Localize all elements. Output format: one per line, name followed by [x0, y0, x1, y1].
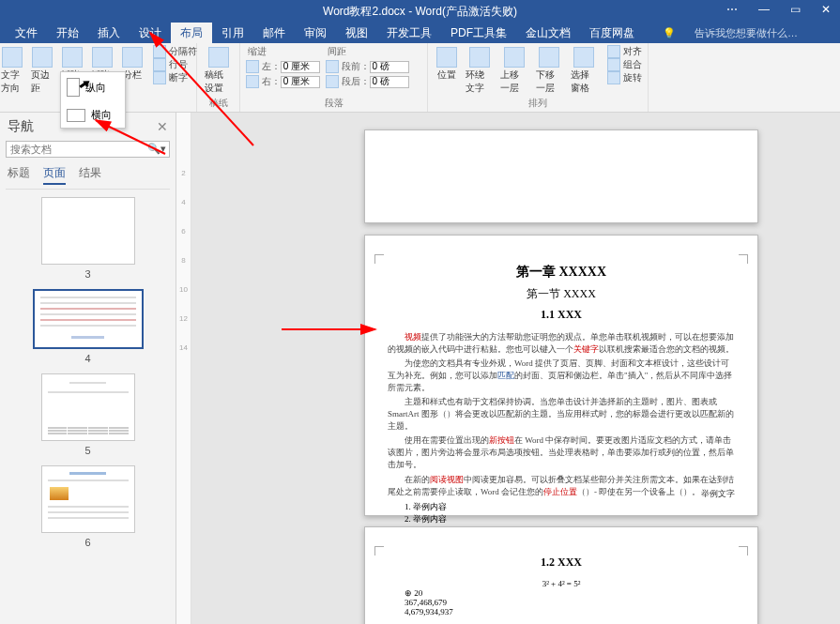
space-after-input[interactable]	[370, 76, 409, 88]
manuscript-button[interactable]: 稿纸设置	[203, 45, 234, 97]
tab-references[interactable]: 引用	[212, 23, 253, 44]
selection-pane-button[interactable]: 选择窗格	[569, 45, 600, 97]
orientation-landscape[interactable]: 横向	[61, 102, 125, 128]
portrait-icon	[67, 78, 80, 97]
ribbon-display-icon[interactable]: ⋯	[721, 0, 743, 19]
doc-paragraph: 为使您的文档具有专业外观，Word 提供了页眉、页脚、封面和文本框设计，这些设计…	[388, 358, 735, 394]
crop-mark-icon	[739, 546, 748, 556]
thumbnail-page-6[interactable]	[41, 465, 135, 533]
nav-tab-results[interactable]: 结果	[79, 165, 101, 185]
page-5-partial[interactable]: 1.2 XXX 3² + 4² = 5² ⊕ 20 367,468,679 4,…	[364, 526, 758, 624]
wrap-text-icon	[469, 47, 490, 68]
search-icon[interactable]: 🔍▾	[147, 143, 166, 155]
tab-design[interactable]: 设计	[130, 23, 171, 44]
nav-pane-title: 导航	[8, 118, 34, 135]
thumbnails: 3 4 5	[6, 190, 170, 618]
minimize-button[interactable]: —	[753, 0, 775, 19]
tab-mailings[interactable]: 邮件	[253, 23, 295, 44]
doc-heading-3: 1.1 XXX	[388, 308, 735, 322]
breaks-button[interactable]: 分隔符	[153, 45, 197, 58]
group-name-paragraph: 段落	[325, 97, 344, 112]
selection-pane-icon	[573, 47, 594, 68]
doc-paragraph: 视频提供了功能强大的方法帮助您证明您的观点。单您单击联机视频时，可以在想要添加的…	[388, 331, 735, 356]
page-4[interactable]: 第一章 XXXXX 第一节 XXXX 1.1 XXX 视频提供了功能强大的方法帮…	[364, 235, 758, 516]
space-after-icon	[326, 75, 339, 88]
space-before-input[interactable]	[370, 61, 409, 73]
manuscript-icon	[208, 47, 229, 68]
hyphenation-icon	[153, 71, 166, 84]
tab-review[interactable]: 审阅	[295, 23, 336, 44]
window-controls: ⋯ — ▭ ✕	[721, 0, 836, 19]
tab-baidu[interactable]: 百度网盘	[580, 23, 644, 44]
orientation-icon	[62, 47, 83, 68]
orientation-dropdown: 纵向 横向	[60, 71, 126, 129]
indent-left-icon	[246, 60, 259, 73]
tab-layout[interactable]: 布局	[171, 23, 212, 44]
document-area[interactable]: 2 4 6 8 10 12 14 第一章 XXXXX 第一节 XXXX 1.1 …	[176, 113, 840, 624]
align-button[interactable]: 对齐	[607, 45, 642, 58]
thumbnail-page-5[interactable]	[41, 373, 135, 441]
tab-file[interactable]: 文件	[6, 23, 47, 44]
tab-pdf[interactable]: PDF工具集	[441, 23, 516, 44]
bring-forward-icon	[504, 47, 525, 68]
page-3-partial[interactable]	[364, 129, 758, 223]
tell-me-icon: 💡	[663, 27, 676, 39]
size-icon	[92, 47, 113, 68]
tell-me-input[interactable]: 告诉我您想要做什么…	[695, 26, 798, 40]
group-button[interactable]: 组合	[607, 58, 642, 71]
menu-bar: 文件 开始 插入 设计 布局 引用 邮件 审阅 视图 开发工具 PDF工具集 金…	[0, 23, 840, 43]
group-name-arrange: 排列	[528, 97, 547, 112]
tab-insert[interactable]: 插入	[88, 23, 130, 44]
doc-paragraph: 主题和样式也有助于文档保持协调。当您单击设计并选择新的主题时，图片、图表或 Sm…	[388, 396, 735, 433]
nav-tabs: 标题 页面 结果	[6, 163, 170, 190]
position-button[interactable]: 位置	[434, 45, 460, 84]
bring-forward-button[interactable]: 上移一层	[498, 45, 529, 97]
doc-footer-right: 举例文字	[701, 488, 735, 500]
margins-button[interactable]: 页边距	[29, 45, 55, 97]
align-icon	[607, 45, 620, 58]
thumbnail-page-4[interactable]	[33, 289, 144, 349]
hyphenation-button[interactable]: 断字	[153, 71, 197, 84]
space-before-icon	[326, 60, 339, 73]
thumbnail-label-4: 4	[84, 353, 90, 364]
tab-developer[interactable]: 开发工具	[377, 23, 441, 44]
group-arrange: 位置 环绕文字 上移一层 下移一层 选择窗格 对齐 组合 旋转 排列	[428, 43, 649, 112]
close-button[interactable]: ✕	[816, 0, 836, 19]
landscape-icon	[67, 109, 85, 122]
orientation-portrait[interactable]: 纵向	[61, 72, 125, 102]
doc-numbers: ⊕ 20 367,468,679 4,679,934,937	[405, 588, 735, 616]
send-backward-icon	[539, 47, 559, 68]
doc-heading-1: 第一章 XXXXX	[388, 264, 735, 281]
indent-right-input[interactable]	[281, 76, 320, 88]
tab-view[interactable]: 视图	[336, 23, 377, 44]
rotate-button[interactable]: 旋转	[607, 71, 642, 84]
nav-pane-close-icon[interactable]: ✕	[157, 119, 168, 134]
indent-label: 缩进	[246, 45, 320, 58]
vertical-ruler[interactable]: 2 4 6 8 10 12 14	[176, 113, 191, 624]
nav-tab-headings[interactable]: 标题	[8, 165, 30, 185]
line-numbers-button[interactable]: 行号	[153, 58, 197, 71]
indent-left-input[interactable]	[281, 61, 320, 73]
send-backward-button[interactable]: 下移一层	[534, 45, 565, 97]
breaks-icon	[153, 45, 166, 58]
position-icon	[436, 47, 457, 68]
crop-mark-icon	[739, 254, 748, 264]
doc-heading-2: 第一节 XXXX	[388, 286, 735, 302]
text-direction-button[interactable]: 文字方向	[0, 45, 25, 97]
ribbon: 文字方向 页边距 纸张方向 纸张大小 分栏 分隔符 行号 断字 页面设置 稿纸设…	[0, 43, 840, 113]
tab-jinshan[interactable]: 金山文档	[516, 23, 580, 44]
nav-tab-pages[interactable]: 页面	[43, 165, 66, 185]
nav-search-input[interactable]	[6, 141, 170, 158]
maximize-button[interactable]: ▭	[785, 0, 806, 19]
group-icon	[607, 58, 620, 71]
group-paragraph: 缩进 左： 右： 间距 段前： 段后： 段落	[240, 43, 428, 112]
spacing-label: 间距	[326, 45, 409, 58]
wrap-text-button[interactable]: 环绕文字	[464, 45, 495, 97]
crop-mark-icon	[374, 254, 384, 264]
thumbnail-page-3[interactable]	[41, 197, 135, 265]
columns-icon	[122, 47, 143, 68]
indent-right-icon	[246, 75, 259, 88]
tab-home[interactable]: 开始	[47, 23, 88, 44]
crop-mark-icon	[374, 546, 384, 556]
main-area: 导航 ✕ 🔍▾ 标题 页面 结果 3	[0, 113, 840, 624]
